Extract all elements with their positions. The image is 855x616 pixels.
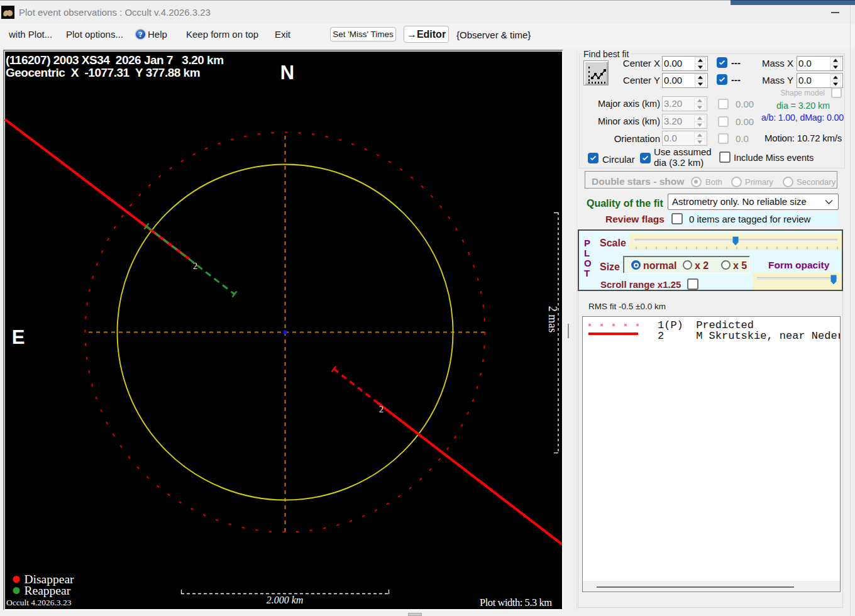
svg-text:N: N <box>280 62 294 84</box>
svg-text:Reappear: Reappear <box>25 584 71 597</box>
svg-text:2 M Skrutskie, near Nederl: 2 M Skrutskie, near Nederl <box>658 330 840 342</box>
svg-text:Geocentric X -1077.31 Y 377: Geocentric X -1077.31 Y 377.88 km <box>6 66 200 79</box>
svg-text:2: 2 <box>193 261 197 271</box>
svg-text:2.000 km: 2.000 km <box>267 595 304 605</box>
svg-text:2 mas: 2 mas <box>546 306 559 333</box>
svg-text:?: ? <box>138 30 143 39</box>
svg-text:Occult 4.2026.3.23: Occult 4.2026.3.23 <box>6 598 72 607</box>
svg-text:(116207) 2003 XS34 2026 Jan 7: (116207) 2003 XS34 2026 Jan 7 3.20 km <box>6 53 224 67</box>
svg-text:E: E <box>12 326 25 348</box>
svg-text:2: 2 <box>379 405 383 414</box>
svg-text:Plot width: 5.3 km: Plot width: 5.3 km <box>480 597 552 608</box>
